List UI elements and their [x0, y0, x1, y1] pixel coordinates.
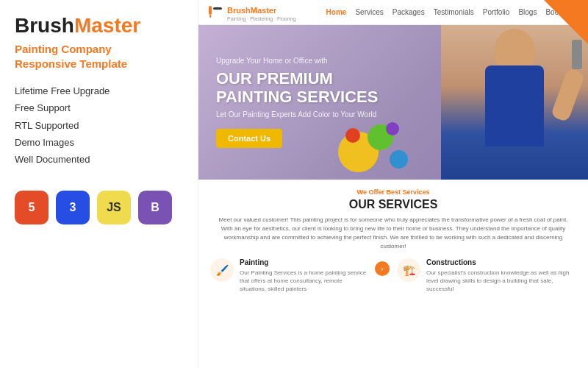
tagline-line1: Painting Company — [15, 43, 112, 55]
feature-item: RTL Supported — [15, 119, 183, 132]
feature-item: Lifetime Free Upgrade — [15, 85, 183, 98]
painting-icon: 🖌️ — [216, 264, 229, 276]
services-title: OUR SERVICES — [210, 198, 576, 211]
constructions-icon: 🏗️ — [403, 264, 415, 276]
constructions-description: Our specialist's construction knowledge … — [426, 269, 576, 294]
svg-rect-1 — [209, 15, 211, 18]
bootstrap-badge: B — [138, 191, 172, 224]
nav-packages[interactable]: Packages — [392, 8, 425, 16]
logo-subtitle: Painting · Plastering · Flooring — [227, 16, 295, 21]
hero-description: Let Our Painting Experts Add Color to Yo… — [216, 110, 378, 118]
brand-part1: Brush — [15, 14, 74, 37]
right-panel: BrushMaster Painting · Plastering · Floo… — [198, 0, 588, 368]
services-section: We Offer Best Services OUR SERVICES Meet… — [198, 180, 588, 368]
paint-roller — [572, 40, 582, 69]
tagline: Painting Company Responsive Template — [15, 42, 183, 72]
constructions-text: Constructions Our specialist's construct… — [426, 258, 576, 294]
services-cards: 🖌️ Painting Our Painting Services is a h… — [210, 258, 576, 294]
tagline-line2: Responsive Template — [15, 57, 127, 70]
hero-title: OUR PREMIUM PAINTING SERVICES — [216, 69, 378, 107]
tech-badges: 5 3 JS B — [15, 191, 183, 224]
svg-rect-2 — [213, 7, 222, 10]
painting-description: Our Painting Services is a home painting… — [240, 269, 369, 294]
hero-title-line2: PAINTING SERVICES — [216, 88, 378, 106]
service-card-constructions: 🏗️ Constructions Our specialist's constr… — [397, 258, 576, 294]
logo-part1: Brush — [227, 6, 251, 15]
nav-links: Home Services Packages Testimonials Port… — [326, 8, 579, 16]
person-image — [441, 25, 588, 180]
nav-blogs[interactable]: Blogs — [518, 8, 537, 16]
site-nav: BrushMaster Painting · Plastering · Floo… — [198, 0, 588, 25]
feature-item: Well Documented — [15, 153, 183, 166]
js-badge: JS — [97, 191, 131, 224]
feature-item: Demo Images — [15, 136, 183, 149]
service-card-painting: 🖌️ Painting Our Painting Services is a h… — [210, 258, 390, 294]
brand-part2: Master — [74, 14, 140, 37]
contact-us-button[interactable]: Contact Us — [216, 129, 282, 148]
hero-title-line1: OUR PREMIUM — [216, 69, 333, 88]
nav-portfolio[interactable]: Portfolio — [483, 8, 510, 16]
html5-label: 5 — [29, 201, 35, 214]
bootstrap-label: B — [151, 201, 159, 214]
logo-part2: Master — [251, 6, 276, 15]
html5-badge: 5 — [15, 191, 49, 224]
js-label: JS — [107, 201, 121, 214]
painting-arrow[interactable]: › — [375, 261, 390, 276]
painting-icon-wrap: 🖌️ — [210, 258, 234, 282]
site-logo: BrushMaster Painting · Plastering · Floo… — [207, 3, 295, 21]
logo-text: BrushMaster — [227, 6, 276, 15]
services-description: Meet our valued customer! This painting … — [210, 216, 576, 251]
hero-person-illustration — [441, 25, 588, 180]
painting-text: Painting Our Painting Services is a home… — [240, 258, 369, 294]
brand-title: BrushMaster — [15, 15, 183, 38]
feature-item: Free Support — [15, 102, 183, 115]
logo-icon — [207, 4, 223, 21]
svg-rect-0 — [209, 6, 212, 15]
hero-subtitle: Upgrade Your Home or Office with — [216, 57, 378, 65]
person-body — [485, 66, 544, 146]
constructions-icon-wrap: 🏗️ — [397, 258, 420, 282]
services-label: We Offer Best Services — [210, 188, 576, 196]
hero-section: Upgrade Your Home or Office with OUR PRE… — [198, 25, 588, 180]
css3-label: 3 — [70, 201, 76, 214]
left-panel: BrushMaster Painting Company Responsive … — [0, 0, 198, 368]
nav-services[interactable]: Services — [355, 8, 383, 16]
nav-home[interactable]: Home — [326, 8, 347, 16]
constructions-title: Constructions — [426, 258, 576, 266]
nav-testimonials[interactable]: Testimonials — [434, 8, 474, 16]
hero-content: Upgrade Your Home or Office with OUR PRE… — [198, 42, 395, 163]
features-list: Lifetime Free Upgrade Free Support RTL S… — [15, 85, 183, 170]
css3-badge: 3 — [56, 191, 90, 224]
corner-decoration — [544, 0, 588, 44]
person-arm — [551, 68, 585, 122]
painting-title: Painting — [240, 258, 369, 266]
